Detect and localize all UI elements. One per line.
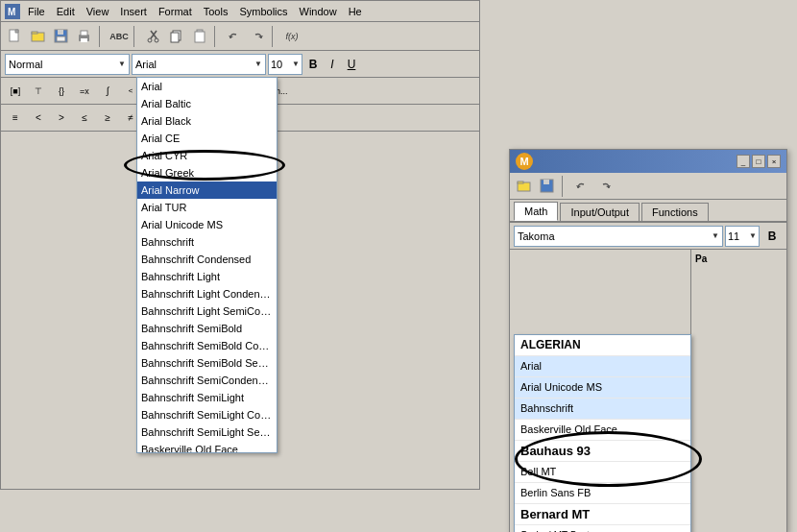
sec-close-btn[interactable]: ×	[767, 155, 781, 168]
print-button[interactable]	[74, 26, 95, 47]
underline-button[interactable]: U	[343, 55, 360, 74]
geq-btn[interactable]: ≥	[97, 108, 118, 129]
tab-math[interactable]: Math	[514, 202, 558, 221]
sec-font-arrow: ▼	[712, 231, 719, 240]
italic-button[interactable]: I	[324, 55, 341, 74]
menu-view[interactable]: View	[83, 6, 113, 17]
font-item-bahnschrift-sbsc[interactable]: Bahnschrift SemiBold SemiCor	[137, 354, 277, 372]
font-list-scroll[interactable]: Arial Arial Baltic Arial Black Arial CE …	[137, 78, 277, 452]
toolbar-separator-1	[99, 26, 105, 47]
size-selector[interactable]: 10 ▼	[268, 54, 302, 75]
font-item-bahnschrift-light[interactable]: Bahnschrift Light	[137, 268, 277, 285]
tab-functions[interactable]: Functions	[641, 203, 709, 221]
font-item-arial-black[interactable]: Arial Black	[137, 112, 277, 130]
save-button[interactable]	[51, 26, 72, 47]
menu-format[interactable]: Format	[155, 6, 196, 17]
font-value: Arial	[135, 59, 157, 70]
undo-button[interactable]	[224, 26, 245, 47]
spell-button[interactable]: ABC	[109, 26, 130, 47]
menu-tools[interactable]: Tools	[200, 6, 232, 17]
sec-font-list[interactable]: ALGERIAN Arial Arial Unicode MS Bahnschr…	[515, 335, 690, 532]
menu-help[interactable]: He	[345, 6, 366, 17]
font-item-bahnschrift-lsc[interactable]: Bahnschrift Light SemiConder	[137, 302, 277, 320]
font-item-bahnschrift-slsc[interactable]: Bahnschrift SemiLight SemiCo	[137, 423, 277, 441]
sec-app-icon: M	[516, 153, 533, 170]
svg-rect-7	[57, 36, 65, 41]
font-item-arial-greek[interactable]: Arial Greek	[137, 164, 277, 181]
secondary-window: M _ □ × Math Input/Output Functions Tako…	[509, 149, 787, 532]
sec-bold-btn[interactable]: B	[761, 226, 783, 247]
font-selector[interactable]: Arial ▼	[132, 54, 266, 75]
greater-btn[interactable]: >	[51, 108, 72, 129]
style-selector[interactable]: Normal ▼	[5, 54, 130, 75]
sec-size-selector[interactable]: 11 ▼	[725, 226, 760, 247]
menu-insert[interactable]: Insert	[116, 6, 151, 17]
sec-font-arial-unicode[interactable]: Arial Unicode MS	[515, 377, 690, 399]
font-item-arial-unicode[interactable]: Arial Unicode MS	[137, 216, 277, 233]
bold-button[interactable]: B	[304, 55, 322, 74]
font-item-arial-cyr[interactable]: Arial CYR	[137, 147, 277, 164]
svg-rect-4	[32, 32, 37, 34]
sec-font-berlin[interactable]: Berlin Sans FB	[515, 483, 690, 504]
font-item-bahnschrift-sbc[interactable]: Bahnschrift SemiBold Conden	[137, 337, 277, 354]
toolbar-separator-2	[133, 26, 139, 47]
sec-undo-btn[interactable]	[571, 176, 592, 197]
equals-btn[interactable]: =x	[74, 81, 95, 102]
font-item-arial-baltic[interactable]: Arial Baltic	[137, 95, 277, 112]
font-item-bahnschrift-slc[interactable]: Bahnschrift SemiLight Conder	[137, 406, 277, 423]
sec-minimize-btn[interactable]: _	[737, 155, 750, 168]
less-btn[interactable]: <	[28, 108, 49, 129]
svg-rect-22	[518, 181, 523, 183]
menu-symbolics[interactable]: Symbolics	[235, 6, 291, 17]
new-button[interactable]	[5, 26, 26, 47]
bracket-btn[interactable]: {}	[51, 81, 72, 102]
menu-edit[interactable]: Edit	[53, 6, 79, 17]
cut-button[interactable]	[143, 26, 164, 47]
equiv-btn[interactable]: ≡	[5, 108, 26, 129]
format-toolbar: Normal ▼ Arial ▼ 10 ▼ B I U	[1, 51, 479, 78]
align-btn[interactable]: ⊤	[28, 81, 49, 102]
open-button[interactable]	[28, 26, 49, 47]
svg-rect-6	[58, 30, 63, 35]
font-item-bahnschrift-scond[interactable]: Bahnschrift SemiCondensed	[137, 372, 277, 389]
font-item-arial[interactable]: Arial	[137, 78, 277, 95]
copy-button[interactable]	[166, 26, 187, 47]
sec-font-bauhaus[interactable]: Bauhaus 93	[515, 441, 690, 462]
sec-title-buttons: _ □ ×	[737, 155, 781, 168]
font-item-arial-tur[interactable]: Arial TUR	[137, 199, 277, 216]
font-item-bahnschrift-sl[interactable]: Bahnschrift SemiLight	[137, 389, 277, 406]
app-icon: M	[5, 4, 20, 19]
redo-button[interactable]	[247, 26, 268, 47]
sec-font-bahnschrift[interactable]: Bahnschrift	[515, 399, 690, 420]
font-item-bahnschrift-cond[interactable]: Bahnschrift Condensed	[137, 251, 277, 268]
integral-btn[interactable]: ∫	[97, 81, 118, 102]
menu-file[interactable]: File	[24, 6, 49, 17]
sec-font-bell[interactable]: Bell MT	[515, 462, 690, 483]
sec-font-algerian[interactable]: ALGERIAN	[515, 335, 690, 356]
sec-maximize-btn[interactable]: □	[752, 155, 765, 168]
find-button[interactable]: f(x)	[281, 26, 302, 47]
tab-inputoutput[interactable]: Input/Output	[560, 203, 640, 221]
sec-font-bernard[interactable]: Bernard MT	[515, 504, 690, 525]
font-item-arial-ce[interactable]: Arial CE	[137, 130, 277, 147]
font-item-bahnschrift-lc[interactable]: Bahnschrift Light Condensed	[137, 285, 277, 302]
font-item-bahnschrift[interactable]: Bahnschrift	[137, 233, 277, 251]
paste-button[interactable]	[189, 26, 210, 47]
sec-sep	[562, 176, 568, 197]
sec-font-baskerville[interactable]: Baskerville Old Face	[515, 420, 690, 441]
sec-redo-btn[interactable]	[594, 176, 616, 197]
font-item-arial-narrow[interactable]: Arial Narrow	[137, 181, 277, 199]
sec-font-selector[interactable]: Takoma ▼	[514, 226, 723, 247]
font-item-baskerville[interactable]: Baskerville Old Face	[137, 441, 277, 452]
sec-font-bodoni[interactable]: Bodoni MT Poster	[515, 525, 690, 532]
svg-point-13	[148, 38, 152, 42]
sec-titlebar: M _ □ ×	[510, 150, 786, 173]
leq-btn[interactable]: ≤	[74, 108, 95, 129]
sec-open-btn[interactable]	[514, 176, 535, 197]
sec-font-arial[interactable]: Arial	[515, 356, 690, 377]
sec-save-btn[interactable]	[537, 176, 558, 197]
menu-window[interactable]: Window	[296, 6, 341, 17]
font-item-bahnschrift-sb[interactable]: Bahnschrift SemiBold	[137, 320, 277, 337]
matrix-btn[interactable]: [■]	[5, 81, 26, 102]
size-value: 10	[271, 59, 282, 70]
